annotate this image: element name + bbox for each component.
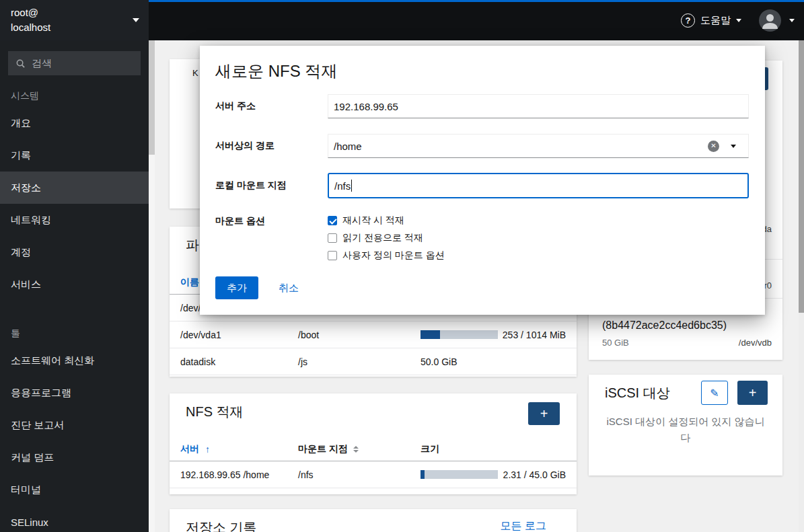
sidebar-item-label: SELinux — [11, 517, 48, 528]
checkbox-label: 사용자 정의 마운트 옵션 — [342, 250, 445, 262]
cancel-button[interactable]: 취소 — [279, 282, 299, 295]
sidebar-item-label: 개요 — [11, 117, 31, 130]
column-header-mountpoint[interactable]: 마운트 지점 — [298, 443, 421, 455]
user-icon — [759, 9, 781, 32]
table-row[interactable]: /dev/vda1 /boot 253 / 1014 MiB — [170, 321, 577, 348]
sidebar-item-selinux[interactable]: SELinux — [0, 506, 149, 532]
cell-name: datadisk — [180, 356, 298, 367]
iscsi-empty-state: iSCSI 대상이 설정되어 있지 않습니다 — [604, 414, 768, 446]
table-row[interactable]: datadisk /js 50.0 GiB — [170, 348, 577, 375]
help-label: 도움말 — [700, 14, 731, 27]
sidebar-scrollbar-thumb[interactable] — [149, 40, 155, 155]
search-input[interactable]: 검색 — [8, 51, 141, 75]
sidebar-item-label: 진단 보고서 — [11, 419, 64, 432]
dialog-footer: 추가 취소 — [215, 276, 299, 299]
brand-user: root@ — [11, 5, 138, 20]
plus-icon: + — [540, 407, 548, 420]
sidebar-item-diagnostic-reports[interactable]: 진단 보고서 — [0, 409, 149, 441]
brand-host: localhost — [11, 20, 138, 35]
usage-text: 2.31 / 45.0 GiB — [503, 469, 566, 480]
help-menu[interactable]: ? 도움말 — [681, 13, 741, 28]
add-nfs-mount-button[interactable]: + — [528, 402, 560, 425]
server-path-label: 서버상의 경로 — [215, 134, 328, 158]
column-header-server[interactable]: 서버 ↑ — [180, 443, 298, 455]
server-path-value: /home — [334, 141, 362, 152]
chevron-down-icon — [133, 18, 139, 22]
cell-name: /dev/vda1 — [180, 330, 298, 340]
axis-label-fragment: K — [192, 68, 198, 78]
server-address-input[interactable] — [328, 94, 749, 118]
nav-section-system: 시스템 — [0, 77, 149, 107]
sidebar-item-services[interactable]: 서비스 — [0, 268, 149, 301]
sidebar-item-kernel-dump[interactable]: 커널 덤프 — [0, 441, 149, 473]
edit-iscsi-button[interactable]: ✎ — [701, 381, 728, 405]
user-menu[interactable] — [759, 9, 795, 32]
sidebar-scrollbar[interactable] — [149, 40, 155, 532]
host-switcher[interactable]: root@ localhost — [0, 0, 149, 40]
clear-icon[interactable]: ✕ — [708, 141, 719, 152]
help-icon: ? — [681, 13, 695, 28]
sort-toggle-icon — [353, 446, 359, 453]
drive-name[interactable]: (8b4472ace2cc4ed6bc35) — [602, 319, 727, 332]
table-header: 서버 ↑ 마운트 지점 크기 — [170, 437, 577, 461]
help-glyph: ? — [686, 15, 691, 26]
add-iscsi-button[interactable]: + — [737, 381, 768, 405]
sidebar-item-label: 터미널 — [11, 484, 41, 496]
option-mount-at-boot: 재시작 시 적재 — [328, 214, 445, 227]
checkbox-read-only[interactable] — [328, 233, 337, 243]
sidebar-item-storage[interactable]: 저장소 — [0, 172, 149, 204]
nfs-mounts-title: NFS 적재 — [170, 393, 577, 421]
cell-size: 2.31 / 45.0 GiB — [421, 469, 566, 480]
sidebar-item-software-updates[interactable]: 소프트웨어 최신화 — [0, 344, 149, 377]
sidebar-item-networking[interactable]: 네트워킹 — [0, 204, 149, 236]
sidebar-item-label: 네트워킹 — [11, 214, 51, 227]
option-read-only: 읽기 전용으로 적재 — [328, 231, 445, 245]
pencil-icon: ✎ — [710, 387, 719, 400]
drive-device-path: /dev/vdb — [739, 338, 772, 348]
cell-mountpoint: /nfs — [298, 469, 421, 480]
window-scrollbar[interactable] — [799, 40, 804, 532]
server-path-select[interactable]: /home ✕ — [328, 134, 749, 158]
usage-text: 253 / 1014 MiB — [503, 330, 566, 340]
mount-point-input[interactable]: /nfs — [328, 173, 749, 198]
add-button[interactable]: 추가 — [215, 276, 258, 299]
column-label: 크기 — [421, 443, 439, 455]
column-label: 이름 — [180, 276, 199, 289]
server-address-label: 서버 주소 — [215, 94, 328, 118]
sidebar-item-label: 커널 덤프 — [11, 451, 54, 464]
checkbox-mount-at-boot[interactable] — [328, 216, 337, 225]
usage-bar — [421, 330, 498, 339]
sidebar-item-label: 계정 — [11, 246, 31, 259]
table-row[interactable]: 192.168.99.65 /home /nfs 2.31 / 45.0 GiB — [170, 461, 577, 488]
checkbox-label: 읽기 전용으로 적재 — [342, 232, 423, 244]
cell-mountpoint: /js — [298, 356, 421, 367]
top-accent-bar — [149, 0, 804, 2]
sidebar-item-overview[interactable]: 개요 — [0, 107, 149, 139]
cell-mountpoint: /boot — [298, 330, 421, 340]
sidebar-item-label: 응용프로그램 — [11, 387, 71, 400]
sidebar-item-terminal[interactable]: 터미널 — [0, 473, 149, 506]
checkbox-custom-options[interactable] — [328, 251, 337, 260]
chevron-down-icon[interactable] — [731, 145, 736, 148]
sidebar-item-label: 서비스 — [11, 278, 41, 291]
mount-point-value: /nfs — [334, 180, 351, 192]
window-scrollbar-thumb[interactable] — [799, 40, 804, 313]
cell-size: 50.0 GiB — [421, 356, 566, 367]
column-label: 서버 — [180, 443, 199, 455]
sidebar-item-label: 기록 — [11, 149, 31, 162]
search-placeholder: 검색 — [32, 57, 52, 70]
column-header-size[interactable]: 크기 — [421, 443, 566, 455]
cockpit-app: root@ localhost ? 도움말 검 — [0, 0, 804, 532]
mount-options-label: 마운트 옵션 — [215, 215, 328, 227]
mount-options-group: 재시작 시 적재 읽기 전용으로 적재 사용자 정의 마운트 옵션 — [328, 214, 445, 262]
sidebar-item-label: 소프트웨어 최신화 — [11, 354, 94, 367]
nav-section-tools: 툴 — [0, 314, 149, 344]
chevron-down-icon — [736, 19, 741, 22]
sidebar-item-applications[interactable]: 응용프로그램 — [0, 377, 149, 409]
plus-icon: + — [749, 386, 757, 400]
checkbox-label: 재시작 시 적재 — [342, 215, 404, 227]
sidebar-item-label: 저장소 — [11, 182, 41, 194]
sidebar-item-accounts[interactable]: 계정 — [0, 236, 149, 268]
sidebar-item-logs[interactable]: 기록 — [0, 139, 149, 172]
all-logs-link[interactable]: 모든 로그 — [501, 519, 546, 532]
